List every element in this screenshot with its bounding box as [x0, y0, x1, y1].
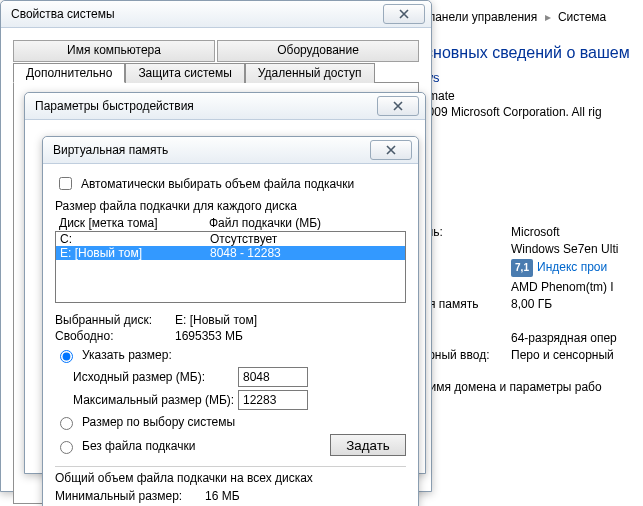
col-pagefile: Файл подкачки (МБ) — [209, 216, 321, 230]
selected-drive-label: Выбранный диск: — [55, 313, 175, 327]
button-hardware[interactable]: Оборудование — [217, 40, 419, 62]
window-title: Параметры быстродействия — [35, 99, 194, 113]
wei-link[interactable]: Индекс прои — [537, 260, 607, 274]
drive-pagefile: Отсутствует — [210, 232, 277, 246]
radio-input[interactable] — [60, 417, 73, 430]
close-icon — [393, 101, 403, 111]
radio-label: Без файла подкачки — [82, 439, 195, 453]
drive-pagefile: 8048 - 12283 — [210, 246, 281, 260]
free-space-label: Свободно: — [55, 329, 175, 343]
drive-label: C: — [60, 232, 210, 246]
radio-no-pagefile[interactable]: Без файла подкачки — [55, 438, 195, 454]
max-size-label: Максимальный размер (МБ): — [73, 393, 238, 407]
tab-advanced[interactable]: Дополнительно — [13, 63, 125, 83]
initial-size-label: Исходный размер (МБ): — [73, 370, 238, 384]
window-title: Виртуальная память — [53, 143, 168, 157]
max-size-input[interactable] — [238, 390, 308, 410]
breadcrumb-item[interactable]: Система — [558, 10, 606, 24]
titlebar[interactable]: Виртуальная память — [43, 137, 418, 164]
min-size-label: Минимальный размер: — [55, 489, 205, 503]
tab-system-protection[interactable]: Защита системы — [125, 63, 244, 83]
per-drive-heading: Размер файла подкачки для каждого диска — [55, 199, 406, 213]
window-title: Свойства системы — [11, 7, 115, 21]
drive-row-e[interactable]: E: [Новый том] 8048 - 12283 — [56, 246, 405, 260]
value-manufacturer: Microsoft — [511, 225, 560, 239]
titlebar[interactable]: Параметры быстродействия — [25, 93, 425, 120]
value-pen-touch: Перо и сенсорный — [511, 348, 614, 362]
wei-badge: 7,1 — [511, 259, 533, 277]
initial-size-input[interactable] — [238, 367, 308, 387]
radio-system-managed[interactable]: Размер по выбору системы — [55, 414, 406, 430]
close-icon — [386, 145, 396, 155]
radio-input[interactable] — [60, 441, 73, 454]
set-button[interactable]: Задать — [330, 434, 406, 456]
min-size-value: 16 МБ — [205, 489, 240, 503]
close-button[interactable] — [377, 96, 419, 116]
col-drive: Диск [метка тома] — [59, 216, 209, 230]
checkbox-label: Автоматически выбирать объем файла подка… — [81, 177, 354, 191]
radio-label: Размер по выбору системы — [82, 415, 235, 429]
virtual-memory-window: Виртуальная память Автоматически выбират… — [42, 136, 419, 506]
radio-custom-size[interactable]: Указать размер: — [55, 347, 406, 363]
radio-input[interactable] — [60, 350, 73, 363]
selected-drive-value: E: [Новый том] — [175, 313, 257, 327]
drive-row-c[interactable]: C: Отсутствует — [56, 232, 405, 246]
value-system-type: 64-разрядная опер — [511, 331, 617, 345]
close-icon — [399, 9, 409, 19]
drive-list[interactable]: C: Отсутствует E: [Новый том] 8048 - 122… — [55, 231, 406, 303]
divider — [55, 466, 406, 467]
total-heading: Общий объем файла подкачки на всех диска… — [55, 471, 406, 485]
titlebar[interactable]: Свойства системы — [1, 1, 431, 28]
auto-manage-checkbox[interactable]: Автоматически выбирать объем файла подка… — [55, 174, 406, 193]
close-button[interactable] — [383, 4, 425, 24]
free-space-value: 1695353 МБ — [175, 329, 243, 343]
value-model: Windows Se7en Ulti — [511, 242, 618, 256]
radio-label: Указать размер: — [82, 348, 172, 362]
checkbox-input[interactable] — [59, 177, 72, 190]
drive-label: E: [Новый том] — [60, 246, 210, 260]
tab-remote[interactable]: Удаленный доступ — [245, 63, 375, 83]
button-computer-name[interactable]: Имя компьютера — [13, 40, 215, 62]
value-cpu: AMD Phenom(tm) I — [511, 280, 614, 294]
value-ram: 8,00 ГБ — [511, 297, 552, 311]
chevron-right-icon: ▸ — [541, 10, 555, 24]
close-button[interactable] — [370, 140, 412, 160]
